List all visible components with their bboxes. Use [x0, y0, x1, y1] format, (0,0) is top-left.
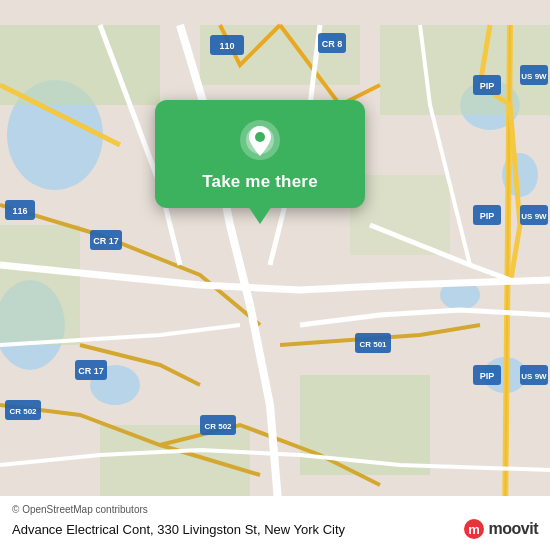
svg-rect-14	[350, 175, 450, 255]
moovit-icon: m	[463, 518, 485, 540]
osm-attribution: © OpenStreetMap contributors	[12, 504, 538, 515]
location-popup: Take me there	[155, 100, 365, 208]
svg-text:116: 116	[12, 206, 27, 216]
svg-text:PIP: PIP	[480, 211, 495, 221]
svg-text:PIP: PIP	[480, 81, 495, 91]
svg-text:US 9W: US 9W	[521, 72, 547, 81]
bottom-info-bar: © OpenStreetMap contributors Advance Ele…	[0, 496, 550, 550]
svg-point-45	[255, 132, 265, 142]
svg-text:110: 110	[219, 41, 234, 51]
svg-text:CR 502: CR 502	[9, 407, 37, 416]
svg-text:US 9W: US 9W	[521, 372, 547, 381]
svg-text:CR 17: CR 17	[93, 236, 119, 246]
svg-text:CR 502: CR 502	[204, 422, 232, 431]
svg-text:CR 501: CR 501	[359, 340, 387, 349]
svg-text:CR 17: CR 17	[78, 366, 104, 376]
svg-text:US 9W: US 9W	[521, 212, 547, 221]
svg-rect-8	[0, 25, 160, 105]
moovit-logo: m moovit	[463, 518, 538, 540]
take-me-there-button[interactable]: Take me there	[202, 172, 318, 192]
moovit-text: moovit	[489, 520, 538, 538]
address-text: Advance Electrical Cont, 330 Livingston …	[12, 522, 463, 537]
svg-text:PIP: PIP	[480, 371, 495, 381]
location-pin-icon	[238, 118, 282, 162]
svg-rect-11	[0, 225, 80, 345]
map-container: 116 CR 17 CR 17 110 CR 8 US 9W US 9W US …	[0, 0, 550, 550]
svg-text:CR 8: CR 8	[322, 39, 343, 49]
svg-text:m: m	[468, 522, 480, 537]
